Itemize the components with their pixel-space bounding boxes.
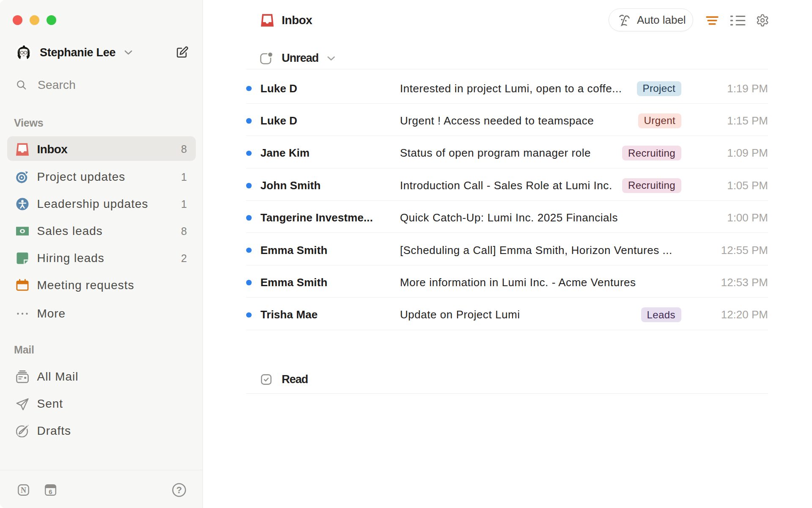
svg-text:6: 6	[49, 488, 52, 495]
svg-text:?: ?	[176, 485, 182, 495]
svg-text:N: N	[21, 486, 26, 494]
